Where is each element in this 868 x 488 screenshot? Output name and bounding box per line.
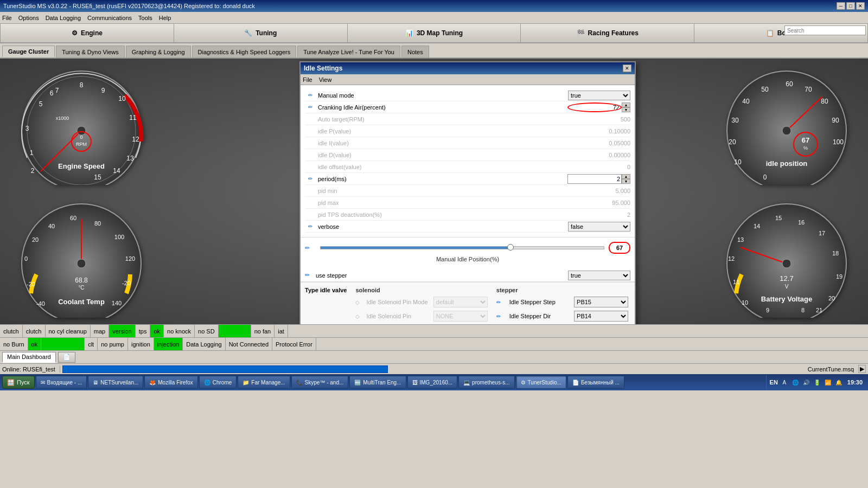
svg-text:11: 11 bbox=[129, 114, 137, 121]
period-spin-up[interactable]: ▲ bbox=[622, 174, 630, 179]
setting-label-manual-mode: Manual mode bbox=[316, 92, 568, 99]
stepper-step-row: ✏ Idle Stepper Step PB15 bbox=[496, 296, 628, 309]
taskbar-item-multitran[interactable]: 🔤 MultiTran Eng... bbox=[349, 376, 406, 389]
engine-icon: ⚙ bbox=[72, 29, 78, 37]
spin-up[interactable]: ▲ bbox=[622, 102, 630, 107]
menu-tools[interactable]: Tools bbox=[138, 15, 152, 21]
dialog-menu: File View bbox=[301, 74, 635, 85]
taskbar-item-skype[interactable]: 📞 Skype™ - and... bbox=[291, 376, 349, 389]
tray-icon-battery: 🔋 bbox=[813, 378, 821, 387]
stepper-dir-row: ✏ Idle Stepper Dir PB14 bbox=[496, 310, 628, 323]
racing-icon: 🏁 bbox=[577, 29, 585, 37]
toolbar-tuning-label: Tuning bbox=[256, 29, 277, 37]
main-dashboard-tab[interactable]: Main Dashboard bbox=[2, 352, 56, 363]
svg-point-95 bbox=[782, 259, 791, 268]
taskbar-item-prometheus[interactable]: 💻 prometheus-s... bbox=[458, 376, 514, 389]
manual-mode-select[interactable]: true false bbox=[568, 91, 630, 100]
status-clutch-2: clutch bbox=[23, 325, 46, 337]
toolbar-3dmap-label: 3D Map Tuning bbox=[417, 29, 463, 37]
taskbar-item-firefox[interactable]: 🦊 Mozilla Firefox bbox=[144, 376, 197, 389]
taskbar-unnamed-label: Безымянный ... bbox=[581, 380, 620, 386]
toolbar-racing[interactable]: 🏁 Racing Features bbox=[521, 23, 694, 43]
svg-text:6: 6 bbox=[50, 89, 54, 97]
stepper-enable-row: ✏ Idle Stepper Enable NONE bbox=[496, 324, 628, 324]
setting-idle-i: idle I(value) 0.05000 bbox=[305, 137, 630, 149]
taskbar-prometheus-label: prometheus-s... bbox=[472, 380, 509, 386]
tab-gauge-cluster[interactable]: Gauge Cluster bbox=[2, 46, 55, 57]
stepper-step-select[interactable]: PB15 bbox=[574, 297, 628, 307]
svg-text:%: % bbox=[803, 145, 808, 151]
setting-verbose: ✏ verbose false true bbox=[305, 221, 630, 233]
use-stepper-select[interactable]: true false bbox=[568, 271, 630, 280]
period-input[interactable] bbox=[567, 174, 622, 184]
cranking-idle-air-input[interactable] bbox=[567, 102, 622, 112]
toolbar-3dmap[interactable]: 📊 3D Map Tuning bbox=[348, 23, 521, 43]
stepper-dir-icon: ✏ bbox=[496, 313, 507, 319]
system-tray: EN А 🌐 🔊 🔋 📶 🔔 19:30 bbox=[766, 375, 866, 389]
dialog-close-button[interactable]: ✕ bbox=[623, 65, 631, 72]
stepper-dir-select[interactable]: PB14 bbox=[574, 311, 628, 322]
taskbar-item-far[interactable]: 📁 Far Manage... bbox=[238, 376, 290, 389]
status-clutch-1: clutch bbox=[0, 325, 23, 337]
svg-text:RPM: RPM bbox=[76, 142, 87, 147]
menu-file[interactable]: File bbox=[2, 15, 12, 21]
svg-text:10: 10 bbox=[734, 158, 742, 166]
new-tab-button[interactable]: 📄 bbox=[58, 352, 75, 363]
tab-tune-analyze[interactable]: Tune Analyze Live! - Tune For You bbox=[297, 46, 400, 57]
board-icon: 📋 bbox=[766, 29, 774, 37]
tunerstudio-icon: ⚙ bbox=[521, 380, 526, 386]
period-spin-down[interactable]: ▼ bbox=[622, 179, 630, 184]
status-no-pump: no pump bbox=[98, 338, 128, 350]
taskbar-item-chrome[interactable]: 🌐 Chrome bbox=[199, 376, 237, 389]
valve-type-label: Type idle valve bbox=[305, 287, 347, 324]
dialog-body: ✏ Manual mode true false ✏ Cranking Idle… bbox=[301, 85, 635, 237]
close-window-button[interactable]: ✕ bbox=[856, 2, 865, 10]
minimize-button[interactable]: ─ bbox=[837, 2, 845, 10]
solenoid-title: solenoid bbox=[355, 287, 487, 293]
slider-label: Manual Idle Position(%) bbox=[305, 254, 630, 265]
search-input[interactable] bbox=[784, 25, 866, 35]
mail-icon: ✉ bbox=[41, 380, 45, 386]
toolbar-tuning[interactable]: 🔧 Tuning bbox=[174, 23, 348, 43]
svg-text:x1000: x1000 bbox=[56, 115, 69, 121]
taskbar-item-tunerstudio[interactable]: ⚙ TunerStudio... bbox=[516, 376, 566, 389]
taskbar-item-mail[interactable]: ✉ Входящие - ... bbox=[36, 376, 87, 389]
menu-options[interactable]: Options bbox=[18, 15, 39, 21]
menu-datalogging[interactable]: Data Logging bbox=[46, 15, 81, 21]
svg-text:14: 14 bbox=[754, 223, 760, 229]
tab-tuning-dyno[interactable]: Tuning & Dyno Views bbox=[56, 46, 125, 57]
status-bar-row1: clutch clutch no cyl cleanup map version… bbox=[0, 324, 868, 337]
status-iat: iat bbox=[275, 325, 288, 337]
use-stepper-row: ✏ use stepper true false bbox=[301, 269, 635, 282]
start-button[interactable]: 🪟 Пуск bbox=[2, 376, 35, 389]
dialog-menu-file[interactable]: File bbox=[303, 76, 312, 83]
menu-communications[interactable]: Communications bbox=[87, 15, 132, 21]
svg-text:40: 40 bbox=[48, 223, 55, 229]
spin-down[interactable]: ▼ bbox=[622, 107, 630, 112]
status-no-burn: no Burn bbox=[0, 338, 28, 350]
taskbar-item-net[interactable]: 🖥 NETSurveilan... bbox=[88, 376, 143, 389]
maximize-button[interactable]: □ bbox=[846, 2, 855, 10]
tab-notes[interactable]: Notes bbox=[401, 46, 429, 57]
online-status: Online: RUSEfi_test bbox=[2, 366, 60, 373]
verbose-select[interactable]: false true bbox=[568, 222, 630, 232]
tab-graphing[interactable]: Graphing & Logging bbox=[126, 46, 191, 57]
progress-expand-icon[interactable]: ▶ bbox=[858, 365, 866, 373]
edit-icon: ✏ bbox=[305, 92, 316, 98]
engine-speed-gauge: 5 3 1 7 8 6 9 10 11 12 13 14 15 2 x1000 bbox=[0, 59, 163, 191]
svg-text:-40: -40 bbox=[36, 300, 45, 307]
status-empty-green bbox=[219, 325, 251, 337]
taskbar-item-img[interactable]: 🖼 IMG_20160... bbox=[407, 376, 458, 389]
svg-text:15: 15 bbox=[94, 174, 101, 181]
menu-help[interactable]: Help bbox=[159, 15, 171, 21]
toolbar-engine[interactable]: ⚙ Engine bbox=[0, 23, 174, 43]
auto-target-value: 500 bbox=[576, 116, 630, 123]
taskbar-item-unnamed[interactable]: 📄 Безымянный ... bbox=[567, 376, 624, 389]
dialog-menu-view[interactable]: View bbox=[319, 76, 332, 83]
pid-tps-value: 2 bbox=[576, 211, 630, 218]
setting-label-auto-target: Auto target(RPM) bbox=[316, 116, 576, 123]
tab-diagnostics[interactable]: Diagnostics & High Speed Loggers bbox=[192, 46, 297, 57]
stepper-step-label: Idle Stepper Step bbox=[507, 299, 574, 305]
svg-text:-20: -20 bbox=[27, 281, 35, 287]
progress-bar-fill bbox=[62, 365, 388, 373]
